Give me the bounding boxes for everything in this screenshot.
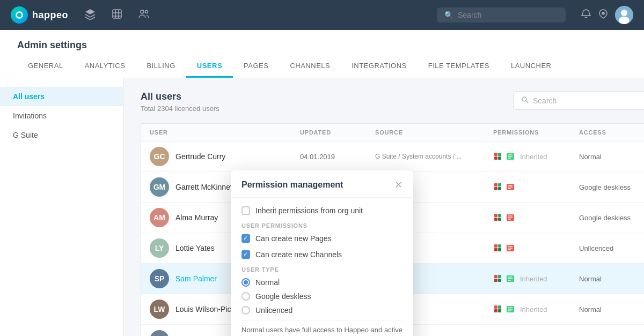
svg-rect-23 xyxy=(494,183,497,186)
rocket-icon[interactable] xyxy=(598,9,609,22)
admin-header: Admin settings GENERAL ANALYTICS BILLING… xyxy=(0,30,644,78)
inherit-label: Inherit permissions from org unit xyxy=(255,206,363,215)
user-permissions-label: USER PERMISSIONS xyxy=(241,222,402,229)
type-normal-radio[interactable] xyxy=(241,278,250,287)
svg-point-9 xyxy=(602,12,604,14)
svg-rect-58 xyxy=(498,309,501,312)
perm-icons xyxy=(493,243,579,253)
svg-rect-56 xyxy=(494,309,497,312)
svg-point-11 xyxy=(621,10,627,16)
map-icon[interactable] xyxy=(108,5,126,26)
perm-channels-label: Can create new Channels xyxy=(255,250,342,259)
sidebar-item-gsuite[interactable]: G Suite xyxy=(0,125,123,145)
sidebar-item-invitations[interactable]: Invitations xyxy=(0,106,123,125)
user-avatar: GM xyxy=(150,177,169,197)
svg-line-14 xyxy=(526,101,529,103)
svg-rect-55 xyxy=(494,305,497,309)
svg-rect-34 xyxy=(498,218,501,221)
user-name: Lottie Yates xyxy=(175,244,215,252)
top-search-input[interactable] xyxy=(458,11,558,19)
user-type-label: USER TYPE xyxy=(241,266,402,273)
user-name: Gertrude Curry xyxy=(175,152,225,161)
access-badge: Normal xyxy=(579,275,643,283)
modal-close-button[interactable]: ✕ xyxy=(394,180,402,190)
inherit-permission-row[interactable]: Inherit permissions from org unit xyxy=(241,206,402,215)
user-avatar: SP xyxy=(150,269,169,288)
svg-point-13 xyxy=(522,97,526,101)
perm-channels-checkbox[interactable] xyxy=(241,250,250,259)
perm-icons: Inherited xyxy=(493,274,579,283)
svg-rect-15 xyxy=(494,153,497,156)
type-google-deskless-row[interactable]: Google deskless xyxy=(241,292,402,301)
type-normal-label: Normal xyxy=(255,278,280,287)
perm-pages-row[interactable]: Can create new Pages xyxy=(241,234,402,243)
table-row[interactable]: GC Gertrude Curry 04.01.2019 G Suite / S… xyxy=(141,141,644,172)
top-nav: happeo 🔍 xyxy=(0,0,644,30)
svg-point-12 xyxy=(619,17,630,24)
svg-point-1 xyxy=(17,13,21,17)
perm-channels-row[interactable]: Can create new Channels xyxy=(241,250,402,259)
cell-source: G Suite / System accounts / ... xyxy=(375,153,493,160)
type-google-deskless-label: Google deskless xyxy=(255,292,311,301)
inherit-checkbox[interactable] xyxy=(241,206,250,215)
perm-pages-checkbox[interactable] xyxy=(241,234,250,243)
type-unlicenced-row[interactable]: Unlicenced xyxy=(241,306,402,315)
svg-point-8 xyxy=(145,10,148,13)
perm-icons: Inherited xyxy=(493,152,579,161)
svg-rect-42 xyxy=(498,248,501,251)
perm-icons xyxy=(493,213,579,222)
perm-icons: Inherited xyxy=(493,304,579,314)
tab-channels[interactable]: CHANNELS xyxy=(279,55,341,78)
tab-general[interactable]: GENERAL xyxy=(17,55,74,78)
col-user: USER xyxy=(150,129,300,136)
svg-rect-32 xyxy=(494,218,497,221)
page-title: Admin settings xyxy=(17,30,627,51)
svg-rect-50 xyxy=(498,279,501,282)
users-search-input[interactable] xyxy=(533,96,644,105)
section-subtitle: Total 2304 licenced users xyxy=(141,104,219,113)
bell-icon[interactable] xyxy=(581,9,591,22)
tab-analytics[interactable]: ANALYTICS xyxy=(74,55,136,78)
tab-file-templates[interactable]: FILE TEMPLATES xyxy=(418,55,500,78)
user-avatar: AM xyxy=(150,208,169,227)
svg-rect-31 xyxy=(494,214,497,217)
svg-rect-48 xyxy=(494,279,497,282)
tab-pages[interactable]: PAGES xyxy=(233,55,279,78)
svg-rect-25 xyxy=(498,183,501,186)
tab-billing[interactable]: BILLING xyxy=(136,55,186,78)
modal-body: Inherit permissions from org unit USER P… xyxy=(231,198,413,336)
svg-rect-18 xyxy=(498,156,501,160)
modal-title: Permission management xyxy=(241,180,343,190)
svg-rect-2 xyxy=(113,10,121,18)
section-title: All users xyxy=(141,91,219,102)
layers-icon[interactable] xyxy=(81,5,99,26)
type-unlicenced-radio[interactable] xyxy=(241,306,250,315)
access-badge: Google deskless xyxy=(579,183,643,191)
tab-integrations[interactable]: INTEGRATIONS xyxy=(341,55,418,78)
logo-area[interactable]: happeo xyxy=(11,6,68,24)
user-avatar: LW xyxy=(150,300,169,319)
access-badge: Google deskless xyxy=(579,214,643,222)
table-header: USER UPDATED SOURCE PERMISSIONS ACCESS xyxy=(141,124,644,141)
svg-rect-40 xyxy=(494,248,497,251)
type-google-deskless-radio[interactable] xyxy=(241,292,250,301)
svg-rect-17 xyxy=(498,153,501,156)
user-avatar-top[interactable] xyxy=(615,6,633,24)
type-normal-row[interactable]: Normal xyxy=(241,278,402,287)
sidebar-item-all-users[interactable]: All users xyxy=(0,87,123,106)
user-name: Sam Palmer xyxy=(175,274,217,283)
svg-rect-24 xyxy=(494,187,497,190)
col-updated: UPDATED xyxy=(300,129,375,136)
people-icon[interactable] xyxy=(135,5,153,26)
svg-rect-57 xyxy=(498,305,501,309)
tab-users[interactable]: USERS xyxy=(186,55,233,78)
col-access: ACCESS xyxy=(579,129,643,136)
svg-rect-33 xyxy=(498,214,501,217)
modal-header: Permission management ✕ xyxy=(231,170,413,198)
svg-rect-26 xyxy=(498,187,501,190)
users-search-bar[interactable] xyxy=(513,91,644,110)
top-search-bar[interactable]: 🔍 xyxy=(437,8,566,23)
svg-rect-41 xyxy=(498,244,501,248)
tab-launcher[interactable]: LAUNCHER xyxy=(500,55,562,78)
user-name: Alma Murray xyxy=(175,213,218,222)
